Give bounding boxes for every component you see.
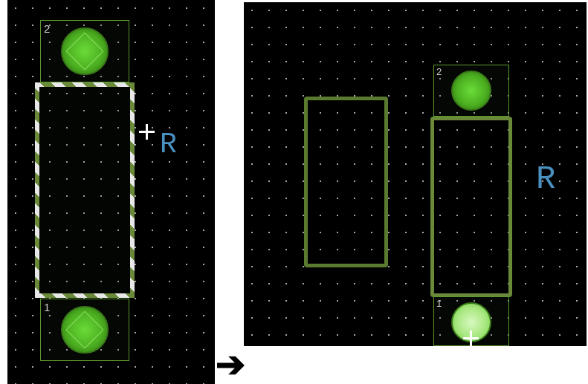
editor-canvas-before[interactable]: 2 1 R bbox=[7, 0, 216, 384]
pad-1-circle[interactable] bbox=[61, 306, 109, 354]
pad-drill-marker bbox=[66, 311, 104, 349]
pad-number: 2 bbox=[44, 22, 50, 35]
ghost-outline bbox=[304, 97, 388, 267]
reference-designator[interactable]: R bbox=[536, 160, 555, 198]
silkscreen-outline-selected[interactable] bbox=[35, 82, 135, 298]
grid-dots bbox=[244, 2, 587, 346]
pad-2-circle[interactable] bbox=[451, 71, 491, 111]
arrow-icon: ➔ bbox=[216, 343, 245, 384]
editor-canvas-after[interactable]: 2 1 R bbox=[244, 2, 587, 346]
reference-designator[interactable]: R bbox=[160, 128, 177, 160]
pad-number: 2 bbox=[436, 66, 442, 77]
pad-1-circle-highlighted[interactable] bbox=[451, 302, 491, 342]
pad-2-circle[interactable] bbox=[61, 27, 109, 75]
pad-drill-marker bbox=[66, 33, 104, 71]
pad-number: 1 bbox=[436, 298, 442, 309]
silkscreen-outline[interactable] bbox=[430, 117, 512, 297]
pad-number: 1 bbox=[44, 301, 50, 313]
